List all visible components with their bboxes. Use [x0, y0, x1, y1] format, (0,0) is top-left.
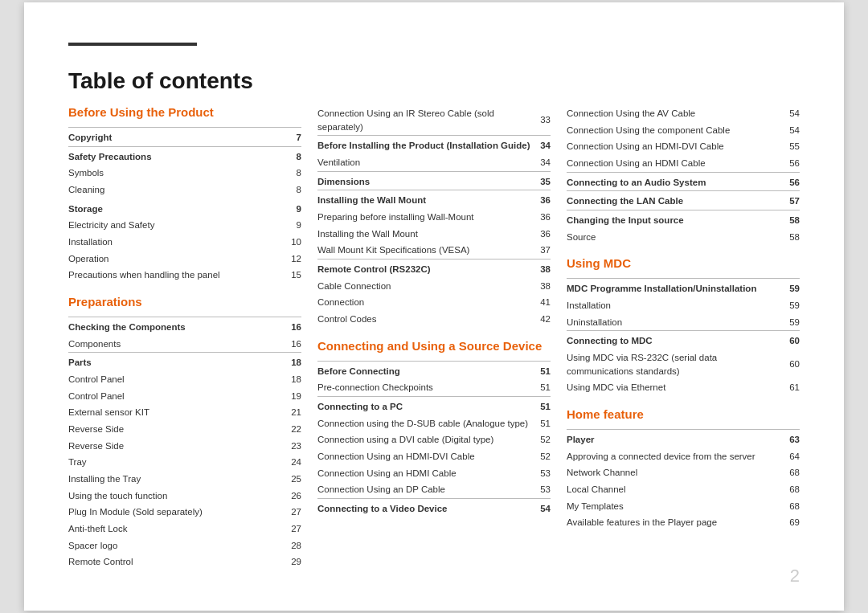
toc-label: Precautions when handling the panel [68, 267, 279, 284]
toc-page: 38 [534, 278, 551, 295]
toc-table: MDC Programme Installation/Uninstallatio… [567, 278, 800, 396]
toc-row: Connection41 [317, 294, 551, 311]
toc-label: Operation [68, 251, 279, 268]
section-gap [317, 328, 551, 339]
toc-row: Connection Using an HDMI Cable53 [317, 465, 551, 482]
toc-label: Using the touch function [68, 488, 276, 505]
toc-row: Approving a connected device from the se… [567, 448, 800, 465]
toc-row: Preparing before installing Wall-Mount36 [317, 209, 551, 226]
col1: Before Using the ProductCopyright7Safety… [68, 105, 317, 570]
toc-row: Before Connecting51 [317, 361, 551, 379]
toc-page: 51 [534, 397, 551, 415]
toc-label: Components [68, 336, 276, 353]
toc-label: Using MDC via RS-232C (serial data commu… [567, 349, 784, 379]
toc-label: Pre-connection Checkpoints [317, 379, 534, 396]
toc-page: 16 [276, 336, 301, 353]
toc-row: Network Channel68 [567, 464, 800, 481]
toc-row: Anti-theft Lock27 [68, 521, 301, 537]
toc-page: 52 [534, 431, 551, 448]
toc-page: 8 [279, 182, 301, 198]
toc-page: 69 [781, 514, 800, 531]
toc-label: Preparing before installing Wall-Mount [317, 209, 534, 226]
toc-label: Reverse Side [68, 421, 276, 438]
toc-row: Remote Control (RS232C)38 [317, 259, 551, 277]
toc-label: Before Connecting [317, 361, 534, 379]
toc-label: Connection Using an HDMI Cable [317, 465, 534, 482]
toc-table: Before Connecting51Pre-connection Checkp… [317, 361, 551, 517]
toc-label: Installing the Wall Mount [317, 226, 534, 243]
toc-label: Plug In Module (Sold separately) [68, 504, 276, 521]
toc-label: Remote Control [68, 554, 276, 570]
toc-row: Spacer logo28 [68, 537, 301, 554]
toc-label: Approving a connected device from the se… [567, 448, 781, 465]
toc-row: Connection using the D-SUB cable (Analog… [317, 415, 551, 432]
toc-page: 53 [534, 465, 551, 482]
toc-row: Using the touch function26 [68, 488, 301, 505]
toc-row: Connection Using an HDMI-DVI Cable52 [317, 448, 551, 465]
toc-columns: Before Using the ProductCopyright7Safety… [68, 105, 800, 570]
toc-label: My Templates [567, 498, 781, 515]
toc-row: Connecting to an Audio System56 [567, 172, 800, 191]
toc-label: Control Panel [68, 388, 276, 405]
page-title: Table of contents [68, 68, 800, 99]
toc-row: Player63 [567, 430, 800, 448]
toc-page: 19 [276, 388, 301, 405]
toc-page: 16 [276, 317, 301, 335]
toc-page: 15 [279, 267, 301, 284]
toc-page: 56 [779, 155, 800, 172]
toc-row: Connection Using the component Cable54 [567, 122, 800, 139]
section-gap [567, 396, 800, 407]
toc-label: Connection Using an DP Cable [317, 481, 534, 498]
toc-row: Connecting to a Video Device54 [317, 499, 551, 517]
toc-label: Anti-theft Lock [68, 521, 276, 537]
toc-page: 24 [276, 454, 301, 471]
toc-page: 29 [276, 554, 301, 570]
toc-row: Uninstallation59 [567, 314, 800, 331]
toc-page: 27 [276, 504, 301, 521]
toc-label: Connection using a DVI cable (Digital ty… [317, 431, 534, 448]
toc-row: Connection Using an HDMI-DVI Cable55 [567, 138, 800, 155]
toc-label: Control Codes [317, 311, 534, 328]
toc-page: 26 [276, 488, 301, 505]
toc-page: 59 [784, 279, 800, 297]
toc-label: Connection Using the AV Cable [567, 105, 779, 122]
toc-row: Connecting to MDC60 [567, 331, 800, 349]
toc-table: Connection Using an IR Stereo Cable (sol… [317, 105, 551, 328]
toc-page: 51 [534, 379, 551, 396]
toc-page: 63 [781, 430, 800, 448]
toc-page: 8 [279, 165, 301, 182]
toc-page: 53 [534, 481, 551, 498]
toc-row: Safety Precautions8 [68, 146, 301, 165]
toc-label: Installing the Tray [68, 471, 276, 488]
toc-page: 57 [779, 191, 800, 210]
section-gap [567, 245, 800, 256]
toc-page: 35 [534, 171, 551, 190]
col2: Connection Using an IR Stereo Cable (sol… [317, 105, 567, 570]
section-heading: Using MDC [567, 256, 800, 270]
toc-page: 9 [279, 198, 301, 218]
page: Table of contents Before Using the Produ… [24, 2, 844, 611]
toc-page: 37 [534, 242, 551, 259]
toc-page: 59 [784, 297, 800, 314]
toc-row: Reverse Side23 [68, 438, 301, 455]
toc-page: 12 [279, 251, 301, 268]
toc-label: Source [567, 229, 779, 246]
toc-label: Uninstallation [567, 314, 784, 331]
toc-row: Wall Mount Kit Specifications (VESA)37 [317, 242, 551, 259]
toc-row: Reverse Side22 [68, 421, 301, 438]
toc-label: Available features in the Player page [567, 514, 781, 531]
toc-label: MDC Programme Installation/Uninstallatio… [567, 279, 784, 297]
toc-page: 34 [534, 136, 551, 154]
toc-label: Local Channel [567, 481, 781, 498]
toc-label: Electricity and Safety [68, 217, 279, 234]
toc-page: 25 [276, 471, 301, 488]
toc-page: 56 [779, 172, 800, 191]
toc-row: Using MDC via Ethernet61 [567, 379, 800, 396]
toc-row: Local Channel68 [567, 481, 800, 498]
section-heading: Connecting and Using a Source Device [317, 339, 551, 353]
toc-row: Storage9 [68, 198, 301, 218]
toc-label: Control Panel [68, 371, 276, 388]
toc-row: Connecting to a PC51 [317, 397, 551, 415]
toc-label: External sensor KIT [68, 404, 276, 421]
toc-page: 28 [276, 537, 301, 554]
